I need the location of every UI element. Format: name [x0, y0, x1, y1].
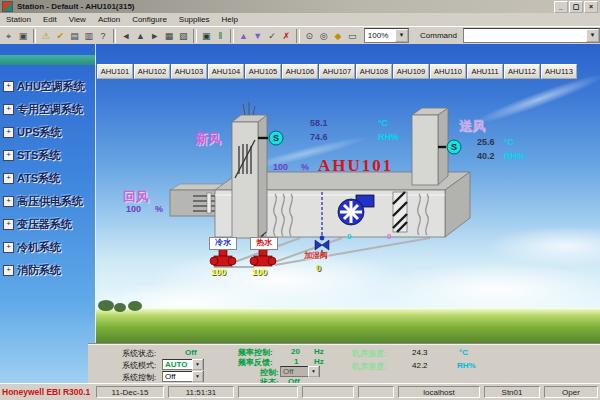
sidebar-item-dedicated-ac[interactable]: + 专用空调系统 — [3, 102, 95, 117]
page-up-icon[interactable]: ▲ — [134, 29, 147, 43]
system-mode-select[interactable]: AUTO ▼ — [162, 359, 204, 370]
zoom-icon[interactable]: ◎ — [317, 29, 330, 43]
tree-expand-icon[interactable]: + — [3, 196, 14, 207]
raise-icon[interactable]: ▲ — [237, 29, 250, 43]
fan-control-select[interactable]: Off ▼ — [280, 366, 320, 377]
tab-ahu102[interactable]: AHU102 — [134, 64, 170, 79]
alert-help-icon[interactable]: ? — [96, 29, 109, 43]
ahu-title: AHU101 — [318, 156, 393, 176]
menu-supplies[interactable]: Supplies — [173, 15, 216, 24]
tab-ahu110[interactable]: AHU110 — [430, 64, 466, 79]
tree-expand-icon[interactable]: + — [3, 242, 14, 253]
tree-expand-icon[interactable]: + — [3, 173, 14, 184]
toolbar-separator — [296, 29, 300, 43]
pan-icon[interactable]: ◆ — [331, 29, 344, 43]
chevron-down-icon[interactable]: ▼ — [308, 366, 319, 377]
chevron-down-icon[interactable]: ▼ — [192, 371, 203, 382]
room-temp-label: 机房温度: — [352, 348, 387, 359]
statusbar-cell-empty — [238, 386, 298, 398]
message-summary-icon[interactable]: ▤ — [68, 29, 81, 43]
tree-expand-icon[interactable]: + — [3, 150, 14, 161]
sidebar-item-fire[interactable]: + 消防系统 — [3, 263, 95, 278]
minimize-button[interactable]: _ — [554, 1, 568, 13]
system-sidebar: + AHU空调系统 + 专用空调系统 + UPS系统 + STS系统 + ATS… — [0, 44, 95, 383]
aux-reading-left: 0 — [347, 232, 351, 241]
supply-air-label: 送风 — [459, 117, 485, 135]
print-icon[interactable]: ▦ — [162, 29, 175, 43]
close-button[interactable]: × — [584, 1, 598, 13]
sidebar-item-ahu[interactable]: + AHU空调系统 — [3, 79, 95, 94]
system-status-label: 系统状态: — [122, 348, 156, 359]
tab-ahu108[interactable]: AHU108 — [356, 64, 392, 79]
chevron-down-icon[interactable]: ▼ — [395, 29, 408, 42]
event-summary-icon[interactable]: ▥ — [82, 29, 95, 43]
find-station-icon[interactable]: ⌖ — [2, 29, 15, 43]
maximize-button[interactable]: ▢ — [569, 1, 583, 13]
sensor-icon[interactable]: S — [447, 140, 461, 154]
menu-action[interactable]: Action — [92, 15, 126, 24]
find-icon[interactable]: ⊙ — [303, 29, 316, 43]
tab-ahu103[interactable]: AHU103 — [171, 64, 207, 79]
sidebar-item-ats[interactable]: + ATS系统 — [3, 171, 95, 186]
display-icon[interactable]: ▣ — [200, 29, 213, 43]
tab-ahu105[interactable]: AHU105 — [245, 64, 281, 79]
snapshot-icon[interactable]: ▧ — [177, 29, 190, 43]
trend-icon[interactable]: ‖ — [214, 29, 227, 43]
chevron-down-icon[interactable]: ▼ — [192, 359, 203, 370]
tab-ahu113[interactable]: AHU113 — [541, 64, 577, 79]
zoom-level-combo[interactable]: 100% ▼ — [364, 28, 409, 43]
freq-feedback-unit: Hz — [314, 357, 324, 366]
chevron-down-icon[interactable]: ▼ — [586, 29, 599, 42]
statusbar-user: Oper — [544, 386, 598, 398]
statusbar-host: localhost — [398, 386, 480, 398]
sidebar-header-strip — [0, 55, 95, 65]
sensor-icon[interactable]: S — [269, 131, 283, 145]
acknowledge-alarm-icon[interactable]: ✔ — [54, 29, 67, 43]
command-combo[interactable]: ▼ — [463, 28, 600, 43]
fresh-air-temp-unit: °C — [378, 118, 388, 128]
view-box-icon[interactable]: ▭ — [346, 29, 359, 43]
statusbar-cell-empty — [358, 386, 394, 398]
hot-water-label: 热水 — [250, 237, 278, 250]
tab-ahu106[interactable]: AHU106 — [282, 64, 318, 79]
accept-icon[interactable]: ✓ — [265, 29, 278, 43]
svg-text:S: S — [451, 142, 457, 152]
menu-help[interactable]: Help — [216, 15, 244, 24]
menu-view[interactable]: View — [63, 15, 92, 24]
tree-expand-icon[interactable]: + — [3, 81, 14, 92]
command-input[interactable] — [464, 30, 586, 41]
tree-expand-icon[interactable]: + — [3, 265, 14, 276]
tab-ahu111[interactable]: AHU111 — [467, 64, 503, 79]
sidebar-item-sts[interactable]: + STS系统 — [3, 148, 95, 163]
tree-expand-icon[interactable]: + — [3, 127, 14, 138]
stations-icon[interactable]: ▣ — [16, 29, 29, 43]
tab-ahu112[interactable]: AHU112 — [504, 64, 540, 79]
window-title: Station - Default - AHU101(315) — [17, 2, 135, 11]
sidebar-item-ups[interactable]: + UPS系统 — [3, 125, 95, 140]
tree-expand-icon[interactable]: + — [3, 219, 14, 230]
tree-expand-icon[interactable]: + — [3, 104, 14, 115]
sidebar-item-hv-power[interactable]: + 高压供电系统 — [3, 194, 95, 209]
system-control-select[interactable]: Off ▼ — [162, 371, 204, 382]
fresh-air-temp: 58.1 — [310, 118, 328, 128]
menu-station[interactable]: Station — [0, 15, 37, 24]
fresh-damper-unit: % — [301, 162, 309, 172]
alarm-summary-icon[interactable]: ⚠ — [39, 29, 52, 43]
menu-edit[interactable]: Edit — [37, 15, 63, 24]
tab-ahu109[interactable]: AHU109 — [393, 64, 429, 79]
sidebar-item-transformer[interactable]: + 变压器系统 — [3, 217, 95, 232]
tab-ahu101[interactable]: AHU101 — [97, 64, 133, 79]
page-forward-icon[interactable]: ► — [148, 29, 161, 43]
sidebar-item-chiller[interactable]: + 冷机系统 — [3, 240, 95, 255]
tab-ahu104[interactable]: AHU104 — [208, 64, 244, 79]
status-bar: Honeywell EBI R300.1 11-Dec-15 11:51:31 … — [0, 383, 600, 400]
filter-section — [393, 192, 407, 232]
room-rh-value: 42.2 — [412, 361, 428, 370]
menu-configure[interactable]: Configure — [126, 15, 173, 24]
statusbar-station: Stn01 — [484, 386, 540, 398]
page-back-icon[interactable]: ◄ — [119, 29, 132, 43]
tab-ahu107[interactable]: AHU107 — [319, 64, 355, 79]
supply-air-duct — [412, 108, 448, 185]
cancel-icon[interactable]: ✗ — [280, 29, 293, 43]
lower-icon[interactable]: ▼ — [251, 29, 264, 43]
